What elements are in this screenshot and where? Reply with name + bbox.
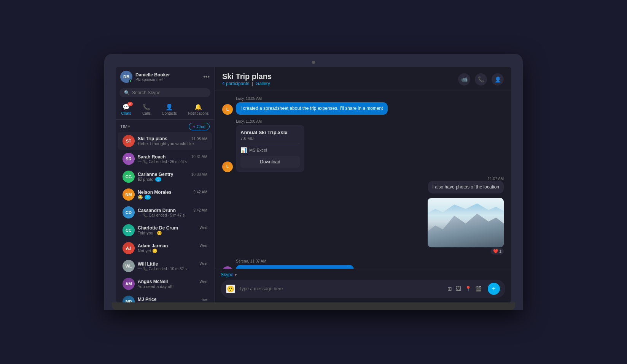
search-bar[interactable]: 🔍 (119, 88, 210, 97)
gallery-link[interactable]: Gallery (256, 81, 270, 86)
unread-badge: 1 (155, 177, 161, 182)
chat-subtitle: 4 participants | Gallery (222, 81, 272, 86)
list-item[interactable]: WL Will Little Wed 〰📞 Call ended · 10 m … (118, 257, 212, 275)
message-content: Lucy, 10:05 AM I created a spreadsheet a… (236, 97, 388, 115)
chat-time: Wed (200, 262, 207, 266)
audio-call-button[interactable]: 📞 (475, 73, 487, 85)
tab-calls-label: Calls (142, 111, 151, 116)
avatar-wrap: AJ (123, 242, 135, 254)
chat-header: Ski Trip plans 4 participants | Gallery … (215, 67, 511, 90)
message-input[interactable] (239, 286, 444, 291)
chat-item-info: Adam Jarman Wed Not yet 😔 (138, 243, 207, 253)
message-input-row: 🙂 ⊞ 🖼 📍 🎬 + (221, 280, 505, 298)
profile-avatar-wrap: DB (120, 71, 132, 83)
list-item[interactable]: MP MJ Price Tue Teehee! (118, 293, 212, 302)
tab-calls[interactable]: 📞 Calls (139, 102, 154, 117)
list-item[interactable]: AJ Adam Jarman Wed Not yet 😔 (118, 239, 212, 257)
chat-name: Adam Jarman (138, 243, 168, 248)
chat-time: 9:42 AM (193, 208, 207, 212)
snow-graphic (428, 198, 504, 220)
reaction-count: 1 (499, 249, 501, 253)
message-row: 11:07 AM I also have photos of the locat… (222, 177, 504, 193)
chat-item-info: Sarah Roach 10:31 AM 〰📞 Call ended · 26 … (138, 154, 207, 164)
chat-title: Ski Trip plans (222, 72, 272, 81)
chat-time: 10:31 AM (191, 155, 207, 159)
avatar: CC (123, 224, 135, 236)
emoji-button[interactable]: 🙂 (226, 285, 235, 293)
list-item[interactable]: NM Nelson Morales 9:42 AM 😂 4 (118, 186, 212, 203)
list-item[interactable]: AM Angus McNeil Wed You need a day off! (118, 275, 212, 293)
avatar-wrap: SR (123, 153, 135, 165)
avatar: MP (123, 296, 135, 302)
main-chat: Ski Trip plans 4 participants | Gallery … (215, 67, 511, 302)
message-row: L Lucy, 11:00 AM Annual Ski Trip.xslx 7.… (222, 119, 504, 172)
ski-photo[interactable] (428, 198, 504, 247)
profile-sub: Plz sponsor me! (135, 78, 200, 82)
chat-time: Tue (201, 298, 207, 302)
search-icon: 🔍 (124, 90, 130, 95)
chat-name: Cassandra Drunn (138, 208, 176, 213)
chat-item-info: MJ Price Tue Teehee! (138, 297, 207, 302)
tab-contacts-label: Contacts (162, 111, 177, 116)
list-item[interactable]: ST Ski Trip plans 11:08 AM Hehe, I thoug… (118, 132, 212, 150)
send-button[interactable]: + (488, 283, 500, 295)
avatar: NM (123, 188, 135, 201)
messages-area: L Lucy, 10:05 AM I created a spreadsheet… (215, 90, 511, 269)
list-item[interactable]: SR Sarah Roach 10:31 AM 〰📞 Call ended · … (118, 150, 212, 168)
avatar-wrap: WL (123, 260, 135, 272)
tab-contacts[interactable]: 👤 Contacts (159, 102, 180, 117)
excel-icon: 📊 (240, 147, 247, 153)
chevron-down-icon[interactable]: ▾ (235, 273, 237, 277)
chat-input-area: Skype ▾ 🙂 ⊞ 🖼 📍 🎬 + (215, 269, 511, 302)
chat-name: MJ Price (138, 297, 156, 302)
chat-item-info: Carianne Gentry 10:30 AM 🖼 photo 1 (138, 172, 207, 182)
avatar: ST (123, 135, 135, 147)
sender-avatar: L (222, 104, 233, 115)
message-bubble: I created a spreadsheet about the trip e… (236, 102, 388, 115)
tab-notifications[interactable]: 🔔 Notifications (185, 102, 212, 117)
list-item[interactable]: CG Carianne Gentry 10:30 AM 🖼 photo 1 (118, 168, 212, 185)
download-button[interactable]: Download (240, 156, 300, 168)
avatar-wrap: MP (123, 296, 135, 302)
image-icon[interactable]: 🖼 (456, 286, 461, 292)
file-size: 7.6 MB (240, 136, 300, 141)
new-chat-button[interactable]: + Chat (189, 123, 210, 130)
participant-count: 4 participants (222, 81, 249, 86)
profile-info: Danielle Booker Plz sponsor me! (135, 72, 200, 82)
profile-name: Danielle Booker (135, 72, 200, 78)
add-people-button[interactable]: 👤 (492, 73, 504, 85)
attachment-icon[interactable]: ⊞ (447, 286, 452, 292)
video-icon[interactable]: 🎬 (475, 286, 482, 292)
chat-time: Wed (200, 280, 207, 284)
chat-preview: 🖼 photo 1 (138, 177, 207, 182)
reaction-bar[interactable]: ❤️ 1 (491, 248, 504, 255)
list-item[interactable]: CD Cassandra Drunn 9:42 AM 〰📞 Call ended… (118, 204, 212, 221)
input-label-row: Skype ▾ (221, 272, 505, 277)
message-bubble: Wow this location is gorgeous! I can't w… (236, 265, 354, 269)
message-right-block: ❤️ 1 (428, 198, 504, 255)
skype-label[interactable]: Skype (221, 272, 233, 277)
chat-item-info: Angus McNeil Wed You need a day off! (138, 279, 207, 289)
file-name: Annual Ski Trip.xslx (240, 130, 300, 135)
location-icon[interactable]: 📍 (465, 286, 471, 292)
more-options-button[interactable]: ••• (203, 73, 210, 80)
input-actions: ⊞ 🖼 📍 🎬 (447, 286, 482, 292)
tab-chats[interactable]: 💬 Chats 2 (118, 102, 134, 117)
message-sender-time: Lucy, 10:05 AM (236, 97, 388, 101)
search-input[interactable] (132, 90, 206, 95)
chat-preview: 〰📞 Call ended · 10 m 32 s (138, 267, 207, 271)
message-content: Serena, 11:07 AM Wow this location is go… (236, 259, 354, 269)
nav-tabs: 💬 Chats 2 📞 Calls 👤 Contacts 🔔 Notificat… (116, 100, 214, 120)
tab-chats-label: Chats (121, 111, 131, 116)
calls-icon: 📞 (143, 103, 150, 111)
video-call-button[interactable]: 📹 (458, 73, 470, 85)
chat-preview: 〰📞 Call ended · 5 m 47 s (138, 213, 207, 217)
list-item[interactable]: CC Charlotte De Crum Wed Told you!! 😊 (118, 222, 212, 239)
file-type-label: MS Excel (249, 148, 267, 152)
avatar-wrap: ST (123, 135, 135, 147)
chat-name: Nelson Morales (138, 190, 172, 195)
time-filter[interactable]: TIME (120, 124, 130, 129)
chat-item-top: Ski Trip plans 11:08 AM (138, 136, 207, 141)
avatar-wrap: CG (123, 171, 135, 183)
chat-header-actions: 📹 📞 👤 (458, 73, 504, 85)
